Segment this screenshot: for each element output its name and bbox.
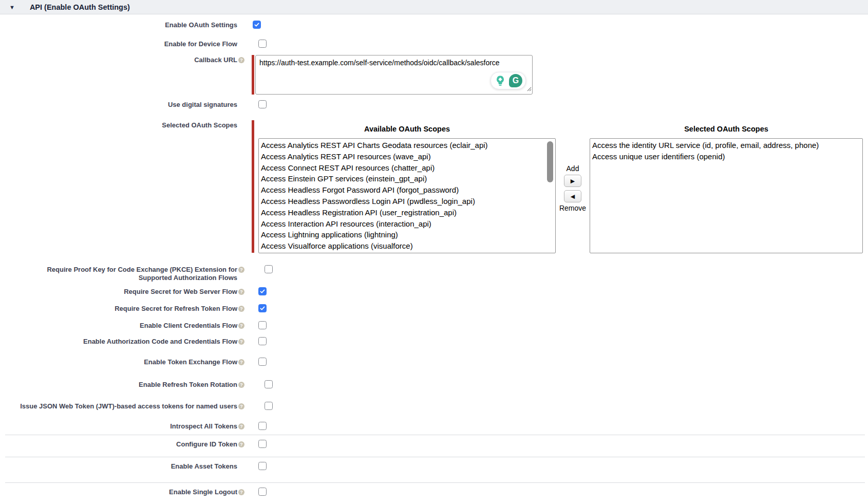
help-icon[interactable]: ?	[238, 323, 244, 329]
grammarly-icon[interactable]: G	[509, 74, 522, 87]
list-item[interactable]: Access Einstein GPT services (einstein_g…	[259, 173, 555, 184]
list-item[interactable]: Access Analytics REST API resources (wav…	[259, 151, 555, 162]
enable-single-logout-label: Enable Single Logout?	[0, 487, 244, 496]
help-icon[interactable]: ?	[238, 306, 244, 312]
introspect-all-tokens-checkbox[interactable]	[258, 422, 267, 430]
field-label-text: Enable Client Credentials Flow	[140, 322, 237, 329]
browser-extension-pill: G	[490, 72, 526, 89]
field-label-text: Enable OAuth Settings	[165, 21, 237, 29]
callback-url-textarea[interactable]: https://auth-test.example.com/self-servi…	[255, 55, 533, 95]
add-button[interactable]: ▶	[564, 175, 581, 187]
configure-id-token-checkbox[interactable]	[258, 440, 267, 448]
enable-client-credentials-flow-checkbox[interactable]	[258, 321, 267, 329]
available-scopes-header: Available OAuth Scopes	[258, 120, 556, 134]
field-label-text: Require Secret for Web Server Flow	[124, 288, 237, 295]
help-icon[interactable]: ?	[238, 339, 244, 345]
required-field-bar	[252, 120, 254, 253]
enable-refresh-token-rotation-checkbox[interactable]	[265, 380, 273, 388]
require-secret-web-server-flow-checkbox[interactable]	[258, 287, 267, 295]
section-header: ▼ API (Enable OAuth Settings)	[0, 0, 868, 14]
list-item[interactable]: Access Analytics REST API Charts Geodata…	[259, 140, 555, 151]
list-item[interactable]: Access Visualforce applications (visualf…	[259, 240, 555, 252]
selected-scopes-header: Selected OAuth Scopes	[590, 120, 863, 134]
enable-for-device-flow-label: Enable for Device Flow?	[0, 39, 244, 48]
field-label-text: Introspect All Tokens	[170, 422, 237, 430]
lightbulb-icon[interactable]	[494, 74, 506, 87]
selected-scopes-column: Selected OAuth ScopesAccess the identity…	[590, 120, 863, 253]
enable-client-credentials-flow-label: Enable Client Credentials Flow?	[0, 321, 244, 330]
callback-url-value: https://auth-test.example.com/self-servi…	[256, 55, 532, 70]
enable-oauth-settings-checkbox[interactable]	[253, 21, 261, 29]
field-label-text: Enable Asset Tokens	[171, 462, 237, 470]
enable-asset-tokens-checkbox[interactable]	[258, 462, 267, 470]
enable-for-device-flow-checkbox[interactable]	[258, 40, 267, 48]
use-digital-signatures-label: Use digital signatures?	[0, 100, 244, 109]
add-remove-controls: Add▶◀Remove	[556, 120, 590, 213]
issue-jwt-access-tokens-label: Issue JSON Web Token (JWT)-based access …	[0, 401, 244, 410]
enable-oauth-settings-label: Enable OAuth Settings?	[0, 20, 244, 29]
help-icon[interactable]: ?	[238, 359, 244, 365]
list-item[interactable]: Access unique user identifiers (openid)	[590, 151, 862, 162]
remove-button[interactable]: ◀	[564, 190, 581, 202]
require-pkce-checkbox[interactable]	[265, 265, 273, 273]
remove-label: Remove	[559, 204, 586, 213]
field-label-text: Enable Single Logout	[169, 488, 237, 496]
available-scopes-column: Available OAuth ScopesAccess Analytics R…	[258, 120, 556, 253]
section-divider	[5, 435, 865, 435]
introspect-all-tokens-label: Introspect All Tokens?	[0, 421, 244, 431]
enable-token-exchange-flow-checkbox[interactable]	[258, 358, 267, 366]
require-secret-web-server-flow-label: Require Secret for Web Server Flow?	[0, 287, 244, 296]
require-pkce-label: Require Proof Key for Code Exchange (PKC…	[0, 265, 244, 282]
callback-url-label: Callback URL?	[0, 55, 244, 64]
enable-refresh-token-rotation-label: Enable Refresh Token Rotation?	[0, 380, 244, 389]
left-arrow-icon: ◀	[571, 193, 575, 200]
field-label-text: Require Proof Key for Code Exchange (PKC…	[47, 266, 237, 273]
required-field-bar	[252, 55, 254, 95]
list-item[interactable]: Access the identity URL service (id, pro…	[590, 140, 862, 151]
list-item[interactable]: Access Headless Registration API (user_r…	[259, 207, 555, 218]
enable-authorization-code-credentials-flow-label: Enable Authorization Code and Credential…	[0, 337, 244, 346]
help-icon[interactable]: ?	[238, 489, 244, 495]
section-divider	[5, 482, 865, 483]
field-label-text: Enable Refresh Token Rotation	[139, 381, 237, 388]
field-label-text: Enable Authorization Code and Credential…	[83, 338, 237, 345]
oauth-settings-form: Enable OAuth Settings?Enable for Device …	[0, 14, 868, 496]
require-secret-refresh-token-flow-label: Require Secret for Refresh Token Flow?	[0, 304, 244, 313]
section-divider	[5, 457, 865, 457]
help-icon[interactable]: ?	[238, 289, 244, 295]
resize-handle-icon[interactable]	[525, 84, 532, 94]
field-label-text: Enable for Device Flow	[164, 40, 237, 48]
list-item[interactable]: Access Lightning applications (lightning…	[259, 229, 555, 240]
field-label-text: Selected OAuth Scopes	[162, 121, 237, 129]
enable-single-logout-checkbox[interactable]	[258, 488, 267, 496]
available-oauth-scopes-list[interactable]: Access Analytics REST API Charts Geodata…	[258, 138, 556, 253]
help-icon[interactable]: ?	[238, 423, 244, 430]
scrollbar-thumb[interactable]	[547, 141, 553, 182]
issue-jwt-access-tokens-checkbox[interactable]	[265, 402, 273, 410]
help-icon[interactable]: ?	[238, 57, 244, 63]
selected-oauth-scopes-label: Selected OAuth Scopes?	[0, 120, 244, 129]
list-item[interactable]: Access Connect REST API resources (chatt…	[259, 162, 555, 174]
collapse-triangle-icon[interactable]: ▼	[9, 4, 15, 10]
field-label-text: Use digital signatures	[168, 101, 237, 108]
field-label-text: Require Secret for Refresh Token Flow	[115, 305, 237, 312]
field-label-text: Issue JSON Web Token (JWT)-based access …	[20, 402, 237, 410]
add-label: Add	[567, 164, 579, 173]
use-digital-signatures-checkbox[interactable]	[258, 100, 267, 108]
help-icon[interactable]: ?	[238, 441, 244, 447]
help-icon[interactable]: ?	[238, 267, 244, 273]
configure-id-token-label: Configure ID Token?	[0, 439, 244, 449]
field-label-text: Configure ID Token	[176, 440, 237, 448]
enable-asset-tokens-label: Enable Asset Tokens?	[0, 461, 244, 471]
list-item[interactable]: Access Interaction API resources (intera…	[259, 218, 555, 230]
require-secret-refresh-token-flow-checkbox[interactable]	[258, 304, 267, 312]
help-icon[interactable]: ?	[238, 403, 244, 409]
right-arrow-icon: ▶	[571, 178, 575, 184]
list-item[interactable]: Access Headless Passwordless Login API (…	[259, 196, 555, 207]
section-title: API (Enable OAuth Settings)	[30, 3, 130, 11]
help-icon[interactable]: ?	[238, 382, 244, 388]
selected-oauth-scopes-list[interactable]: Access the identity URL service (id, pro…	[590, 138, 863, 253]
enable-authorization-code-credentials-flow-checkbox[interactable]	[258, 337, 267, 345]
field-label-text: Enable Token Exchange Flow	[144, 358, 237, 366]
list-item[interactable]: Access Headless Forgot Password API (for…	[259, 184, 555, 196]
